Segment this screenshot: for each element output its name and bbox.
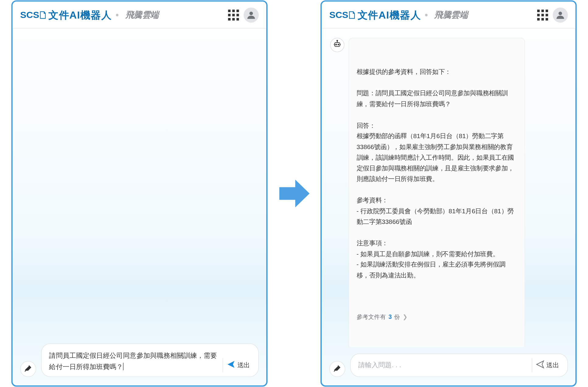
separator-dot (116, 14, 118, 16)
brand-subtitle: 飛騰雲端 (434, 9, 468, 20)
header: SCS 文件AI機器人 飛騰雲端 (12, 2, 266, 28)
brand-subtitle: 飛騰雲端 (125, 9, 159, 20)
apps-grid-icon (228, 9, 239, 20)
message-input-text[interactable]: 請問員工國定假日經公司同意參加與職務相關訓練，需要給付一日所得加班費嗎？ (49, 350, 219, 372)
svg-point-4 (338, 44, 339, 45)
logo: SCS (20, 9, 46, 20)
logo-doc-icon (349, 11, 355, 19)
brush-icon (24, 364, 33, 375)
send-button[interactable]: 送出 (532, 358, 564, 372)
message-input-box[interactable]: 送出 (350, 354, 568, 377)
svg-point-5 (337, 40, 338, 41)
reference-link[interactable]: 參考文件有 3 份 ❯ (357, 308, 517, 322)
header: SCS 文件AI機器人 飛騰雲端 (322, 2, 576, 28)
clear-button[interactable] (20, 361, 36, 377)
chat-panel-after: SCS 文件AI機器人 飛騰雲端 (320, 0, 577, 387)
send-label: 送出 (546, 361, 559, 369)
app-title: 文件AI機器人 (358, 8, 421, 22)
chat-body (12, 29, 266, 336)
logo-text: SCS (329, 9, 348, 20)
apps-menu-button[interactable] (226, 7, 241, 23)
ref-prefix: 參考文件有 (357, 312, 386, 322)
apps-menu-button[interactable] (535, 7, 550, 23)
user-avatar-button[interactable] (243, 7, 259, 23)
bot-message-bubble: 根據提供的參考資料，回答如下： 問題：請問員工國定假日經公司同意參加與職務相關訓… (348, 38, 525, 347)
bot-avatar (330, 38, 345, 52)
apps-grid-icon (537, 9, 548, 20)
avatar-icon (243, 7, 259, 23)
robot-icon (333, 40, 342, 51)
ref-suffix: 份 (394, 312, 400, 322)
message-input[interactable] (358, 360, 528, 371)
input-area: 請問員工國定假日經公司同意參加與職務相關訓練，需要給付一日所得加班費嗎？ 送出 (12, 336, 266, 385)
transition-arrow-icon (275, 175, 313, 212)
chat-body: 根據提供的參考資料，回答如下： 問題：請問員工國定假日經公司同意參加與職務相關訓… (322, 29, 576, 347)
avatar-icon (553, 7, 568, 23)
brush-icon (333, 364, 341, 375)
input-area: 送出 (322, 347, 576, 385)
app-title: 文件AI機器人 (48, 8, 112, 22)
bot-message-text: 根據提供的參考資料，回答如下： 問題：請問員工國定假日經公司同意參加與職務相關訓… (357, 66, 517, 281)
chat-panel-before: SCS 文件AI機器人 飛騰雲端 (11, 0, 268, 387)
clear-button[interactable] (329, 361, 345, 377)
send-label: 送出 (237, 361, 250, 369)
chevron-right-icon: ❯ (403, 312, 408, 322)
logo-doc-icon (40, 11, 46, 19)
ref-count: 3 (389, 312, 392, 322)
send-icon (226, 360, 236, 371)
send-icon (536, 360, 545, 371)
separator-dot (425, 14, 428, 16)
logo: SCS (329, 9, 355, 20)
user-avatar-button[interactable] (553, 7, 568, 23)
send-button[interactable]: 送出 (222, 358, 255, 372)
svg-point-0 (249, 11, 253, 15)
message-input-box[interactable]: 請問員工國定假日經公司同意參加與職務相關訓練，需要給付一日所得加班費嗎？ 送出 (41, 343, 259, 377)
svg-point-3 (336, 44, 337, 45)
svg-point-1 (558, 11, 562, 15)
logo-text: SCS (20, 9, 39, 20)
bot-message-row: 根據提供的參考資料，回答如下： 問題：請問員工國定假日經公司同意參加與職務相關訓… (330, 38, 567, 347)
